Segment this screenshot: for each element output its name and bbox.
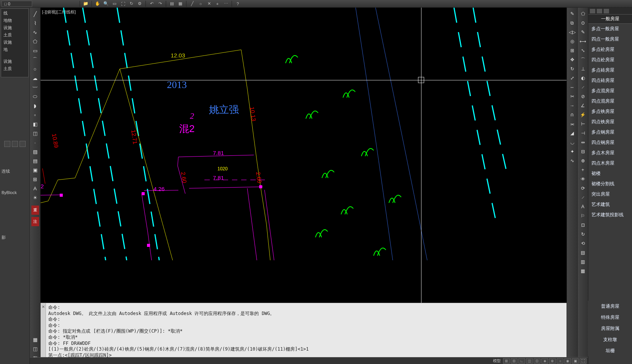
category-item[interactable]: 普通房屋	[588, 301, 632, 312]
more-icon[interactable]: ⋯	[222, 1, 230, 7]
category-item[interactable]: 特殊房屋	[588, 312, 632, 323]
poly-icon[interactable]: ⬠	[579, 10, 587, 18]
tol-dim-icon[interactable]: ⊕	[579, 157, 587, 165]
pan-icon[interactable]: ✋	[94, 1, 101, 7]
dim-icon[interactable]: ⟷	[579, 37, 587, 46]
window-icon[interactable]: ▭	[111, 1, 118, 7]
blend-icon[interactable]: ∿	[568, 157, 576, 165]
cont-dim-icon[interactable]: ⊣	[579, 129, 587, 137]
array-icon[interactable]: ⊞	[568, 46, 576, 55]
mini-btn[interactable]	[12, 141, 18, 147]
rotate-icon[interactable]: ↻	[568, 65, 576, 73]
arc-tool-icon[interactable]: ⌒	[31, 55, 39, 64]
chamfer-icon[interactable]: ◢	[568, 129, 576, 137]
list-item[interactable]: 设施	[2, 24, 28, 31]
zoom-icon[interactable]: 🔍	[102, 1, 110, 7]
menu-item[interactable]: 多点混房屋	[588, 86, 632, 96]
region-tool-icon[interactable]: ▣	[31, 166, 39, 174]
vertex-icon[interactable]: ⊙	[579, 19, 587, 27]
rectangle-tool-icon[interactable]: ▭	[31, 46, 39, 55]
menu-item[interactable]: 裙楼	[588, 168, 632, 179]
layer3-icon[interactable]: ▦	[579, 267, 587, 275]
polyline-tool-icon[interactable]: ⌇	[31, 19, 39, 27]
status-btn[interactable]: ⊟	[511, 358, 518, 364]
menu-item[interactable]: 四点一般房屋	[588, 34, 632, 44]
point-icon[interactable]: ○	[197, 1, 204, 7]
menu-item[interactable]: 四点砼房屋	[588, 55, 632, 65]
status-btn[interactable]: ⊞	[503, 358, 510, 364]
open-icon[interactable]: 📁	[82, 1, 90, 7]
move-icon[interactable]: ✥	[568, 55, 576, 64]
menu-item[interactable]: 多点木房屋	[588, 148, 632, 158]
annotation-heavy-btn[interactable]: 重	[31, 206, 39, 215]
rad-dim-icon[interactable]: ◐	[579, 74, 587, 82]
arc-dim-icon[interactable]: ⌒	[579, 55, 587, 64]
cross-icon[interactable]: ✕	[205, 1, 213, 7]
snap-icon[interactable]: +	[214, 1, 221, 7]
list-item[interactable]: 地物	[2, 17, 28, 24]
menu-item[interactable]: 多点铁房屋	[588, 106, 632, 117]
tab-icon[interactable]	[590, 9, 595, 13]
dia-dim-icon[interactable]: ⊘	[579, 92, 587, 101]
category-item[interactable]: 垣栅	[588, 345, 632, 356]
cloud-tool-icon[interactable]: ☁	[31, 74, 39, 82]
list-item[interactable]: 线	[2, 10, 28, 17]
status-btn[interactable]: ◉	[564, 358, 571, 364]
menu-item[interactable]: 艺术建筑	[588, 199, 632, 210]
space-dim-icon[interactable]: ⇔	[579, 138, 587, 147]
menu-item[interactable]: 多点砖房屋	[588, 65, 632, 75]
light-tool-icon[interactable]: ☀	[31, 193, 39, 202]
status-btn[interactable]: ⊡	[534, 358, 541, 364]
line-tool-icon[interactable]: ╱	[31, 10, 39, 18]
status-btn[interactable]: ⛶	[580, 358, 586, 364]
ellipse-arc-icon[interactable]: ◗	[31, 101, 39, 110]
erase-icon[interactable]: ✎	[568, 10, 576, 18]
tab-icon[interactable]	[604, 9, 609, 13]
status-btn[interactable]: ⟐	[557, 358, 563, 364]
join-icon[interactable]: ⫘	[568, 120, 576, 128]
circle-tool-icon[interactable]: ○	[31, 65, 39, 73]
insert-tool-icon[interactable]: ◧	[31, 120, 39, 128]
menu-item[interactable]: 四点砖房屋	[588, 75, 632, 86]
list-item[interactable]: 土质	[2, 31, 28, 39]
jog-dim-icon[interactable]: ⟋	[579, 83, 587, 91]
canvas[interactable]: [-][俯视][二维线框] 10.89 12.03	[41, 8, 567, 303]
text-tool-icon[interactable]: A	[31, 184, 39, 193]
extend-icon[interactable]: →	[568, 101, 576, 110]
block2-tool-icon[interactable]: ◫	[31, 129, 39, 137]
table-tool-icon[interactable]: ⊞	[31, 175, 39, 183]
help-icon[interactable]: ?	[234, 1, 242, 7]
list-item[interactable]: 土质	[2, 65, 28, 72]
prop-tool-icon[interactable]: ▦	[31, 335, 39, 344]
category-item[interactable]: 房屋附属	[588, 323, 632, 334]
list-icon[interactable]: ▤	[168, 1, 176, 7]
layer2-icon[interactable]: ▥	[579, 258, 587, 266]
explode-icon[interactable]: ✦	[568, 147, 576, 156]
center-icon[interactable]: +	[579, 166, 587, 174]
align-dim-icon[interactable]: ⤡	[579, 46, 587, 55]
polygon-tool-icon[interactable]: ⬠	[31, 37, 39, 46]
gradient-tool-icon[interactable]: ▤	[31, 157, 39, 165]
list-item[interactable]: 设施	[2, 39, 28, 46]
menu-item[interactable]: 四点混房屋	[588, 96, 632, 106]
menu-item[interactable]: 裙楼分割线	[588, 179, 632, 189]
menu-item[interactable]: 四点木房屋	[588, 158, 632, 168]
mirror-icon[interactable]: ◁▷	[568, 28, 576, 36]
fillet-icon[interactable]: ◡	[568, 138, 576, 147]
status-btn[interactable]: ∟	[518, 358, 525, 364]
menu-item[interactable]: 多点砼房屋	[588, 44, 632, 55]
status-btn[interactable]: ▣	[572, 358, 579, 364]
base-dim-icon[interactable]: ⊢	[579, 120, 587, 128]
edit-icon[interactable]: ✎	[579, 28, 587, 36]
mini-btn[interactable]	[20, 141, 26, 147]
scale-icon[interactable]: ⤢	[568, 74, 576, 82]
menu-item[interactable]: 多点一般房屋	[588, 24, 632, 34]
list-item[interactable]: 设施	[2, 58, 28, 65]
oblique-icon[interactable]: ⟋	[579, 193, 587, 202]
jog-lin-icon[interactable]: ⟳	[579, 184, 587, 193]
menu-item[interactable]: 多点钢房屋	[588, 127, 632, 137]
spline-tool-icon[interactable]: ∿	[31, 28, 39, 36]
menu-item[interactable]: 四点钢房屋	[588, 137, 632, 148]
break-icon[interactable]: ⫙	[568, 111, 576, 119]
tab-icon[interactable]	[597, 9, 602, 13]
